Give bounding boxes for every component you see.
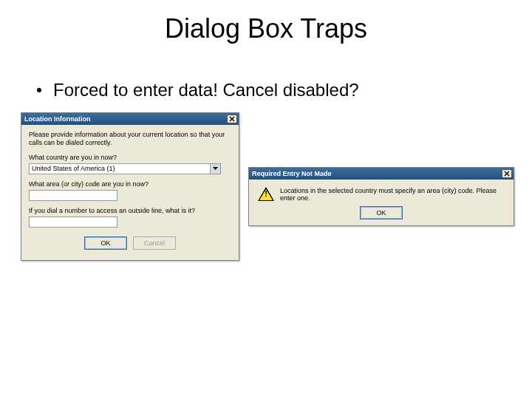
bullet-item: Forced to enter data! Cancel disabled? bbox=[37, 80, 359, 100]
titlebar[interactable]: Required Entry Not Made bbox=[249, 168, 514, 180]
intro-text: Please provide information about your cu… bbox=[29, 131, 231, 148]
bullet-dot-icon bbox=[37, 88, 41, 92]
country-label: What country are you in now? bbox=[29, 154, 231, 161]
outsideline-input[interactable] bbox=[29, 216, 117, 228]
titlebar-title: Required Entry Not Made bbox=[252, 170, 500, 177]
chevron-down-icon[interactable] bbox=[210, 164, 220, 174]
ok-button[interactable]: OK bbox=[360, 206, 403, 219]
outsideline-label: If you dial a number to access an outsid… bbox=[29, 207, 231, 214]
ok-button[interactable]: OK bbox=[84, 236, 127, 250]
location-information-dialog: Location Information Please provide info… bbox=[21, 112, 239, 261]
warning-icon: ! bbox=[258, 187, 273, 202]
bullet-text: Forced to enter data! Cancel disabled? bbox=[53, 80, 359, 100]
country-combobox[interactable]: United States of America (1) bbox=[29, 163, 221, 174]
titlebar-title: Location Information bbox=[24, 115, 225, 123]
areacode-input[interactable] bbox=[29, 190, 117, 201]
close-icon[interactable] bbox=[227, 115, 237, 123]
message-text: Locations in the selected country must s… bbox=[280, 187, 505, 202]
titlebar[interactable]: Location Information bbox=[21, 113, 239, 125]
required-entry-dialog: Required Entry Not Made ! Locations in t… bbox=[248, 167, 514, 226]
close-icon[interactable] bbox=[502, 169, 512, 178]
areacode-label: What area (or city) code are you in now? bbox=[29, 180, 231, 188]
slide-title: Dialog Box Traps bbox=[0, 13, 532, 44]
cancel-button: Cancel bbox=[133, 236, 176, 250]
country-value: United States of America (1) bbox=[30, 164, 210, 174]
